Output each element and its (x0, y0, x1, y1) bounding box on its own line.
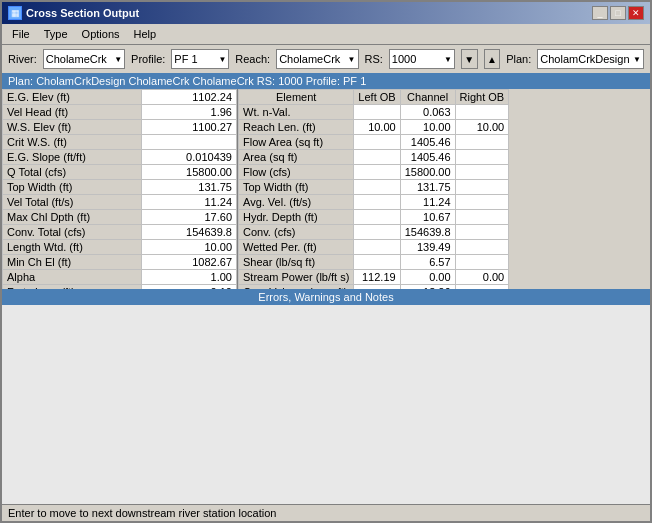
info-bar: Plan: CholamCrkDesign CholameCrk Cholame… (2, 73, 650, 89)
left-table-value: 1100.27 (141, 120, 236, 135)
right-table-value: 0.00 (400, 270, 455, 285)
left-table-value: 17.60 (141, 210, 236, 225)
maximize-button[interactable]: □ (610, 6, 626, 20)
right-table-value: 131.75 (400, 180, 455, 195)
toolbar: River: CholameCrk ▼ Profile: PF 1 ▼ Reac… (2, 45, 650, 73)
minimize-button[interactable]: _ (592, 6, 608, 20)
errors-content (2, 305, 650, 505)
table-row: Avg. Vel. (ft/s)11.24 (239, 195, 509, 210)
profile-combo[interactable]: PF 1 ▼ (171, 49, 229, 69)
plan-combo[interactable]: CholamCrkDesign ▼ (537, 49, 644, 69)
table-row: Shear (lb/sq ft)6.57 (239, 255, 509, 270)
rs-combo[interactable]: 1000 ▼ (389, 49, 455, 69)
table-row: Crit W.S. (ft) (3, 135, 237, 150)
left-panel: E.G. Elev (ft)1102.24Vel Head (ft)1.96W.… (2, 89, 238, 289)
right-table-label: Shear (lb/sq ft) (239, 255, 354, 270)
right-table-header: Channel (400, 90, 455, 105)
nav-down-button[interactable]: ▼ (461, 49, 478, 69)
right-table-value (455, 105, 509, 120)
left-table-value: 154639.8 (141, 225, 236, 240)
left-table-label: W.S. Elev (ft) (3, 120, 142, 135)
table-row: Vel Head (ft)1.96 (3, 105, 237, 120)
left-table-value: 131.75 (141, 180, 236, 195)
profile-combo-arrow: ▼ (218, 55, 226, 64)
rs-value: 1000 (392, 53, 416, 65)
right-table-header: Right OB (455, 90, 509, 105)
right-table-header: Left OB (354, 90, 400, 105)
menu-options[interactable]: Options (76, 26, 126, 42)
menu-help[interactable]: Help (128, 26, 163, 42)
right-table-value (354, 135, 400, 150)
left-table-value (141, 135, 236, 150)
river-value: CholameCrk (46, 53, 107, 65)
left-table-value: 11.24 (141, 195, 236, 210)
tables-area: E.G. Elev (ft)1102.24Vel Head (ft)1.96W.… (2, 89, 650, 289)
right-table-value: 10.67 (400, 210, 455, 225)
right-table-value: 0.00 (455, 270, 509, 285)
plan-combo-arrow: ▼ (633, 55, 641, 64)
title-bar: ▦ Cross Section Output _ □ ✕ (2, 2, 650, 24)
right-table-label: Avg. Vel. (ft/s) (239, 195, 354, 210)
errors-bar: Errors, Warnings and Notes (2, 289, 650, 305)
table-row: Length Wtd. (ft)10.00 (3, 240, 237, 255)
right-table-value (455, 210, 509, 225)
right-table-value (354, 105, 400, 120)
right-table-value (455, 150, 509, 165)
right-table-value: 10.00 (354, 120, 400, 135)
right-table-value (455, 135, 509, 150)
right-table-value (455, 240, 509, 255)
window-controls: _ □ ✕ (592, 6, 644, 20)
left-table-value: 15800.00 (141, 165, 236, 180)
status-bar: Enter to move to next downstream river s… (2, 504, 650, 521)
right-table-value (455, 165, 509, 180)
right-table-value (354, 210, 400, 225)
right-table-value: 1405.46 (400, 150, 455, 165)
close-button[interactable]: ✕ (628, 6, 644, 20)
menu-type[interactable]: Type (38, 26, 74, 42)
profile-label: Profile: (131, 53, 165, 65)
table-row: Top Width (ft)131.75 (239, 180, 509, 195)
right-table-value: 112.19 (354, 270, 400, 285)
river-combo[interactable]: CholameCrk ▼ (43, 49, 125, 69)
right-table-label: Reach Len. (ft) (239, 120, 354, 135)
right-table-value (354, 225, 400, 240)
right-table: ElementLeft OBChannelRight OBWt. n-Val.0… (238, 89, 509, 289)
status-text: Enter to move to next downstream river s… (8, 507, 276, 519)
right-table-value: 10.00 (455, 120, 509, 135)
left-table-label: Vel Head (ft) (3, 105, 142, 120)
left-table: E.G. Elev (ft)1102.24Vel Head (ft)1.96W.… (2, 89, 237, 289)
right-table-label: Hydr. Depth (ft) (239, 210, 354, 225)
right-table-value: 154639.8 (400, 225, 455, 240)
nav-up-button[interactable]: ▲ (484, 49, 501, 69)
left-table-label: Alpha (3, 270, 142, 285)
rs-combo-arrow: ▼ (444, 55, 452, 64)
table-row: Wetted Per. (ft)139.49 (239, 240, 509, 255)
right-table-label: Area (sq ft) (239, 150, 354, 165)
reach-combo[interactable]: CholameCrk ▼ (276, 49, 358, 69)
left-table-label: Top Width (ft) (3, 180, 142, 195)
plan-value: CholamCrkDesign (540, 53, 629, 65)
table-row: Hydr. Depth (ft)10.67 (239, 210, 509, 225)
right-table-value (354, 240, 400, 255)
table-row: Min Ch El (ft)1082.67 (3, 255, 237, 270)
table-row: Conv. Total (cfs)154639.8 (3, 225, 237, 240)
river-combo-arrow: ▼ (114, 55, 122, 64)
right-table-value: 6.57 (400, 255, 455, 270)
reach-label: Reach: (235, 53, 270, 65)
reach-value: CholameCrk (279, 53, 340, 65)
table-row: Reach Len. (ft)10.0010.0010.00 (239, 120, 509, 135)
right-table-label: Flow (cfs) (239, 165, 354, 180)
menu-file[interactable]: File (6, 26, 36, 42)
right-panel: ElementLeft OBChannelRight OBWt. n-Val.0… (238, 89, 650, 289)
table-row: Q Total (cfs)15800.00 (3, 165, 237, 180)
right-table-label: Stream Power (lb/ft s) (239, 270, 354, 285)
left-table-value: 1082.67 (141, 255, 236, 270)
left-table-label: Q Total (cfs) (3, 165, 142, 180)
table-row: Flow (cfs)15800.00 (239, 165, 509, 180)
right-table-value: 11.24 (400, 195, 455, 210)
left-table-label: Length Wtd. (ft) (3, 240, 142, 255)
left-table-label: E.G. Slope (ft/ft) (3, 150, 142, 165)
left-table-label: Conv. Total (cfs) (3, 225, 142, 240)
right-table-label: Flow Area (sq ft) (239, 135, 354, 150)
right-table-value (455, 225, 509, 240)
